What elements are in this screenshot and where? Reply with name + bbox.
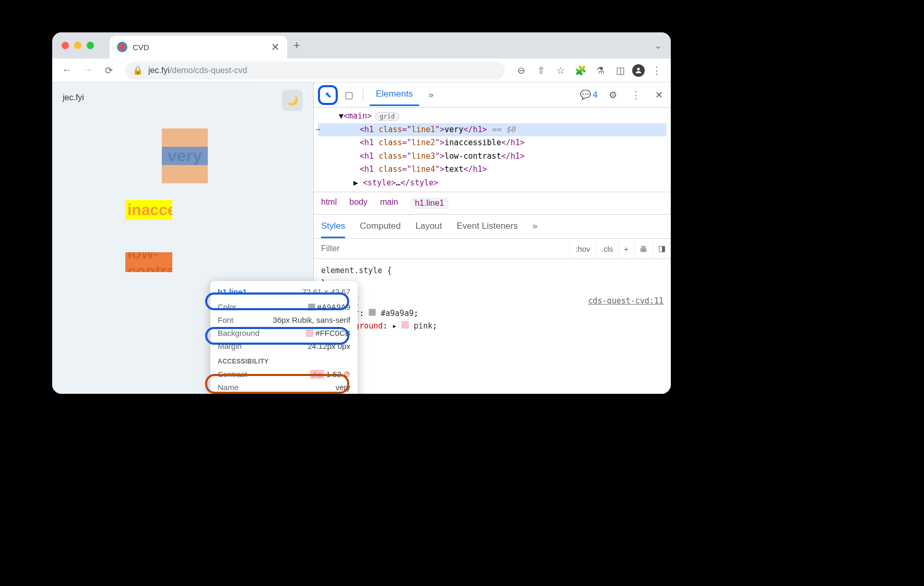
bookmark-icon[interactable]: ☆: [553, 63, 568, 78]
filter-bar: :hov .cls + 🖶 ◨: [314, 238, 671, 259]
source-link[interactable]: cds-quest-cvd:11: [588, 295, 664, 307]
devtools-tabs: ⬉ ▢ Elements » 💬4 ⚙ ⋮ ✕: [314, 83, 671, 108]
tab-favicon-icon: [117, 42, 127, 52]
dom-tree[interactable]: ▼<main>grid <h1 class="line1">very</h1> …: [314, 108, 671, 192]
css-color-value[interactable]: #a9a9a9: [381, 309, 413, 318]
extensions-icon[interactable]: 🧩: [573, 63, 588, 78]
breadcrumb-h1[interactable]: h1.line1: [411, 197, 448, 209]
devtools-menu-icon[interactable]: ⋮: [628, 87, 644, 103]
back-button[interactable]: ←: [58, 62, 75, 79]
titlebar: CVD ✕ + ⌄: [52, 32, 671, 58]
dom-node-style[interactable]: ▶ <style>…</style>: [318, 177, 667, 190]
url-text: jec.fyi/demo/cds-quest-cvd: [148, 66, 247, 75]
grid-badge[interactable]: grid: [375, 112, 399, 121]
tab-more-icon[interactable]: »: [422, 85, 440, 106]
content-area: jec.fyi 🌙 very inaccessible low-contrast…: [52, 83, 671, 394]
tooltip-font-label: Font: [218, 315, 233, 324]
breadcrumb-html[interactable]: html: [321, 197, 337, 209]
line1-element[interactable]: very: [162, 128, 208, 183]
issues-badge[interactable]: 💬4: [580, 89, 598, 100]
styles-pane[interactable]: element.style { } .line1 {cds-quest-cvd:…: [314, 259, 671, 350]
share-icon[interactable]: ⇧: [533, 63, 549, 78]
demo-content: very inaccessible low-contrast: [125, 128, 303, 272]
tab-dropdown-icon[interactable]: ⌄: [655, 41, 661, 51]
tab-elements[interactable]: Elements: [370, 84, 419, 106]
inspect-tooltip: h1.line1 72.61 × 42.67 Color#A9A9A9 Font…: [210, 281, 358, 394]
tab-event-listeners[interactable]: Event Listeners: [457, 221, 518, 238]
hov-button[interactable]: :hov: [570, 240, 595, 257]
new-tab-button[interactable]: +: [293, 39, 300, 52]
labs-icon[interactable]: ⚗: [593, 63, 608, 78]
site-name: jec.fyi: [63, 93, 303, 102]
print-icon[interactable]: 🖶: [634, 240, 653, 257]
issues-icon: 💬: [580, 89, 591, 100]
lock-icon: 🔒: [133, 65, 143, 75]
tooltip-accessibility-heading: ACCESSIBILITY: [218, 358, 350, 365]
breadcrumb-main[interactable]: main: [380, 197, 398, 209]
forward-button[interactable]: →: [79, 62, 96, 79]
inspect-element-button[interactable]: ⬉: [318, 85, 338, 105]
css-bg-value[interactable]: pink: [413, 321, 432, 331]
browser-tab[interactable]: CVD ✕: [110, 36, 287, 58]
menu-icon[interactable]: ⋮: [649, 63, 665, 78]
tab-computed[interactable]: Computed: [360, 221, 400, 238]
dom-node-h1-line2[interactable]: <h1 class="line2">inaccessible</h1>: [318, 136, 667, 150]
computed-sidebar-icon[interactable]: ◨: [653, 240, 671, 257]
tooltip-font-value: 36px Rubik, sans-serif: [273, 315, 350, 324]
cls-button[interactable]: .cls: [596, 240, 619, 257]
dom-node-h1-line1[interactable]: <h1 class="line1">very</h1> == $0: [318, 123, 667, 137]
devtools-close-icon[interactable]: ✕: [651, 87, 667, 103]
color-swatch-icon[interactable]: [369, 309, 376, 316]
highlight-bg-row: [205, 327, 349, 345]
bg-swatch-icon[interactable]: [401, 321, 409, 329]
tab-title: CVD: [133, 43, 266, 52]
close-window-button[interactable]: [62, 42, 69, 49]
tab-styles-more-icon[interactable]: »: [532, 221, 537, 238]
line2-element[interactable]: inaccessible: [125, 200, 172, 220]
page-pane: jec.fyi 🌙 very inaccessible low-contrast…: [52, 83, 313, 394]
devtools-panel: ⬉ ▢ Elements » 💬4 ⚙ ⋮ ✕ ▼<main>grid <h1 …: [313, 83, 671, 394]
line3-element[interactable]: low-contrast: [125, 252, 172, 272]
dom-breadcrumb: html body main h1.line1: [314, 192, 671, 214]
maximize-window-button[interactable]: [87, 42, 94, 49]
settings-icon[interactable]: ⚙: [605, 87, 621, 103]
new-rule-icon[interactable]: +: [618, 240, 634, 257]
traffic-lights: [62, 42, 94, 49]
svg-point-0: [637, 67, 639, 70]
tab-layout[interactable]: Layout: [416, 221, 442, 238]
minimize-window-button[interactable]: [74, 42, 81, 49]
sidepanel-icon[interactable]: ◫: [612, 63, 628, 78]
toolbar: ← → ⟳ 🔒 jec.fyi/demo/cds-quest-cvd ⊖ ⇧ ☆…: [52, 58, 671, 83]
reload-button[interactable]: ⟳: [100, 62, 117, 79]
filter-input[interactable]: [314, 239, 570, 259]
breadcrumb-body[interactable]: body: [349, 197, 368, 209]
dom-node-h1-line3[interactable]: <h1 class="line3">low-contrast</h1>: [318, 150, 667, 163]
tab-styles[interactable]: Styles: [321, 221, 345, 238]
close-brace: }: [321, 277, 664, 289]
dom-node-h1-line4[interactable]: <h1 class="line4">text</h1>: [318, 163, 667, 177]
zoom-icon[interactable]: ⊖: [513, 63, 529, 78]
element-style-selector: element.style {: [321, 266, 392, 275]
dom-node-main[interactable]: ▼<main>grid: [318, 110, 667, 123]
tab-close-icon[interactable]: ✕: [271, 41, 280, 53]
profile-avatar[interactable]: [632, 64, 645, 77]
browser-window: CVD ✕ + ⌄ ← → ⟳ 🔒 jec.fyi/demo/cds-quest…: [52, 32, 671, 394]
styles-tabs: Styles Computed Layout Event Listeners »: [314, 214, 671, 238]
address-bar[interactable]: 🔒 jec.fyi/demo/cds-quest-cvd: [125, 62, 505, 79]
dark-mode-toggle[interactable]: 🌙: [282, 90, 303, 111]
highlight-color-row: [205, 292, 349, 310]
line1-text: very: [162, 147, 208, 165]
close-brace: }: [321, 332, 664, 345]
device-mode-icon[interactable]: ▢: [341, 87, 357, 103]
highlight-contrast-row: [205, 374, 349, 394]
